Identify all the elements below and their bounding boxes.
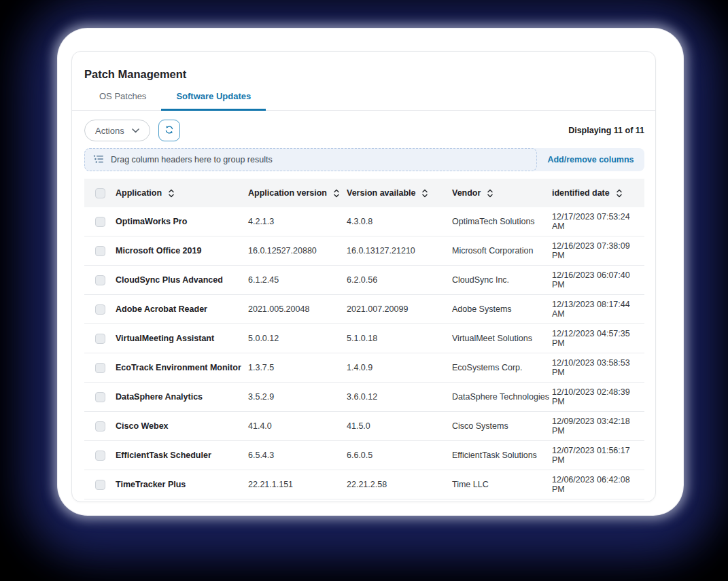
row-checkbox[interactable]: [95, 363, 105, 373]
cell-vendor: Time LLC: [452, 480, 552, 489]
table-row: Cisco Webex 41.4.0 41.5.0 Cisco Systems …: [84, 412, 644, 441]
row-checkbox-cell: [84, 334, 116, 344]
table-row: DataSphere Analytics 3.5.2.9 3.6.0.12 Da…: [84, 383, 644, 412]
table-row: VirtualMeeting Assistant 5.0.0.12 5.1.0.…: [84, 324, 644, 353]
cell-application-version: 6.5.4.3: [248, 451, 347, 460]
select-all-checkbox[interactable]: [95, 188, 105, 198]
cell-identified-date: 12/13/2023 08:17:44 AM: [552, 300, 644, 319]
row-checkbox[interactable]: [95, 217, 105, 227]
table-body: OptimaWorks Pro 4.2.1.3 4.3.0.8 OptimaTe…: [84, 207, 644, 499]
cell-application-version: 1.3.7.5: [248, 363, 347, 372]
cell-version-available: 1.4.0.9: [347, 363, 452, 372]
column-label: Vendor: [452, 188, 481, 198]
column-label: Application: [116, 188, 162, 198]
column-header-application[interactable]: Application: [116, 188, 248, 198]
cell-vendor: Microsoft Corporation: [452, 246, 552, 256]
tab-os-patches[interactable]: OS Patches: [84, 91, 161, 110]
add-remove-columns-link[interactable]: Add/remove columns: [547, 155, 634, 164]
row-checkbox[interactable]: [95, 334, 105, 344]
row-checkbox-cell: [84, 421, 116, 432]
group-hint-text: Drag column headers here to group result…: [111, 155, 273, 164]
group-drop-zone[interactable]: Drag column headers here to group result…: [84, 148, 537, 171]
column-header-vendor[interactable]: Vendor: [452, 188, 552, 198]
column-label: identified date: [552, 188, 610, 198]
row-checkbox[interactable]: [95, 451, 105, 461]
cell-application-version: 2021.005.20048: [248, 304, 347, 314]
column-header-application-version[interactable]: Application version: [248, 188, 347, 198]
cell-vendor: OptimaTech Solutions: [452, 217, 552, 226]
row-checkbox-cell: [84, 480, 116, 490]
row-checkbox-cell: [84, 451, 116, 461]
cell-version-available: 22.21.2.58: [347, 480, 452, 489]
page-title: Patch Management: [72, 52, 655, 81]
cell-vendor: CloudSync Inc.: [452, 275, 552, 285]
column-label: Application version: [248, 188, 327, 198]
row-checkbox[interactable]: [95, 421, 105, 432]
cell-application: CloudSync Plus Advanced: [116, 275, 248, 285]
refresh-button[interactable]: [158, 120, 180, 141]
table-row: OptimaWorks Pro 4.2.1.3 4.3.0.8 OptimaTe…: [84, 207, 644, 236]
row-checkbox[interactable]: [95, 304, 105, 315]
cell-application: Microsoft Office 2019: [116, 246, 248, 256]
cell-version-available: 6.6.0.5: [347, 451, 452, 460]
cell-application-version: 22.21.1.151: [248, 480, 347, 489]
cell-application: OptimaWorks Pro: [116, 217, 248, 226]
toolbar: Actions Displ: [72, 111, 655, 148]
tab-bar: OS Patches Software Updates: [72, 91, 655, 111]
sort-icon[interactable]: [421, 189, 428, 198]
cell-version-available: 3.6.0.12: [347, 392, 452, 402]
cell-identified-date: 12/12/2023 04:57:35 PM: [552, 329, 644, 348]
cell-identified-date: 12/16/2023 06:07:40 PM: [552, 270, 644, 289]
row-checkbox-cell: [84, 363, 116, 373]
row-checkbox[interactable]: [95, 480, 105, 490]
cell-vendor: VirtualMeet Solutions: [452, 334, 552, 343]
cell-identified-date: 12/09/2023 03:42:18 PM: [552, 417, 644, 436]
row-checkbox-cell: [84, 217, 116, 227]
sort-icon[interactable]: [333, 189, 340, 198]
software-updates-table: Application Application version Version …: [84, 179, 644, 499]
row-checkbox[interactable]: [95, 275, 105, 285]
cell-identified-date: 12/10/2023 03:58:53 PM: [552, 358, 644, 377]
table-header-row: Application Application version Version …: [84, 179, 644, 207]
cell-application: DataSphere Analytics: [116, 392, 248, 402]
cell-application-version: 4.2.1.3: [248, 217, 347, 226]
column-header-identified-date[interactable]: identified date: [552, 188, 644, 198]
cell-vendor: Adobe Systems: [452, 304, 552, 314]
column-header-version-available[interactable]: Version available: [347, 188, 452, 198]
cell-application: EfficientTask Scheduler: [116, 451, 248, 460]
actions-button[interactable]: Actions: [84, 120, 150, 141]
group-bar: Drag column headers here to group result…: [84, 148, 644, 171]
cell-application: Cisco Webex: [116, 421, 248, 431]
cell-version-available: 2021.007.20099: [347, 304, 452, 314]
row-checkbox-cell: [84, 304, 116, 315]
cell-vendor: DataSphere Technologies: [452, 392, 552, 402]
table-row: TimeTracker Plus 22.21.1.151 22.21.2.58 …: [84, 470, 644, 499]
sort-icon[interactable]: [487, 189, 493, 198]
table-row: Microsoft Office 2019 16.0.12527.20880 1…: [84, 236, 644, 266]
cell-application-version: 16.0.12527.20880: [248, 246, 347, 256]
cell-application-version: 6.1.2.45: [248, 275, 347, 285]
cell-application-version: 41.4.0: [248, 421, 347, 431]
cell-identified-date: 12/10/2023 02:48:39 PM: [552, 387, 644, 406]
row-checkbox[interactable]: [95, 246, 105, 256]
dark-backdrop: Patch Management OS Patches Software Upd…: [0, 0, 728, 581]
table-row: CloudSync Plus Advanced 6.1.2.45 6.2.0.5…: [84, 266, 644, 295]
cell-application: VirtualMeeting Assistant: [116, 334, 248, 343]
sort-icon[interactable]: [168, 189, 175, 198]
table-row: EfficientTask Scheduler 6.5.4.3 6.6.0.5 …: [84, 441, 644, 470]
row-checkbox-cell: [84, 246, 116, 256]
chevron-down-icon: [132, 128, 139, 133]
row-checkbox-cell: [84, 392, 116, 402]
cell-identified-date: 12/06/2023 06:42:08 PM: [552, 475, 644, 494]
tab-software-updates[interactable]: Software Updates: [161, 91, 266, 110]
cell-application: TimeTracker Plus: [116, 480, 248, 489]
sort-icon[interactable]: [616, 189, 623, 198]
cell-application: Adobe Acrobat Reader: [116, 304, 248, 314]
cell-version-available: 41.5.0: [347, 421, 452, 431]
row-checkbox[interactable]: [95, 392, 105, 402]
cell-identified-date: 12/16/2023 07:38:09 PM: [552, 241, 644, 260]
app-panel: Patch Management OS Patches Software Upd…: [58, 29, 683, 515]
table-row: Adobe Acrobat Reader 2021.005.20048 2021…: [84, 295, 644, 324]
refresh-icon: [164, 125, 174, 137]
cell-version-available: 6.2.0.56: [347, 275, 452, 285]
